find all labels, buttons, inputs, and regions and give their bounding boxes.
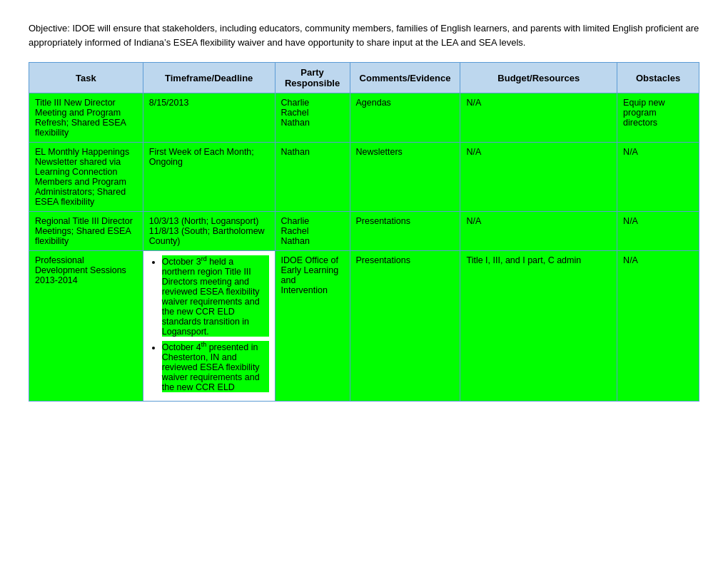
row1-obstacles: Equip new program directors [617,93,699,143]
row4-task: Professional Development Sessions 2013-2… [29,251,143,402]
row2-obstacles: N/A [617,143,699,212]
header-obstacles: Obstacles [617,63,699,93]
row1-timeframe: 8/15/2013 [143,93,275,143]
row3-party: CharlieRachelNathan [275,212,350,251]
row2-comments: Newsletters [350,143,460,212]
header-timeframe: Timeframe/Deadline [143,63,275,93]
row4-budget: Title I, III, and I part, C admin [460,251,617,402]
row2-timeframe: First Week of Each Month; Ongoing [143,143,275,212]
row3-timeframe: 10/3/13 (North; Logansport)11/8/13 (Sout… [143,212,275,251]
row1-budget: N/A [460,93,617,143]
row4-bullet1: October 3rd held a northern region Title… [162,255,269,337]
row1-comments: Agendas [350,93,460,143]
main-table: Task Timeframe/Deadline PartyResponsible… [29,62,699,402]
row3-comments: Presentations [350,212,460,251]
header-task: Task [29,63,143,93]
row3-budget: N/A [460,212,617,251]
row2-budget: N/A [460,143,617,212]
row1-party: CharlieRachelNathan [275,93,350,143]
row2-party: Nathan [275,143,350,212]
row4-party: IDOE Office of Early Learning and Interv… [275,251,350,402]
table-row: Professional Development Sessions 2013-2… [29,251,699,402]
row3-task: Regional Title III Director Meetings; Sh… [29,212,143,251]
table-row: Title III New Director Meeting and Progr… [29,93,699,143]
header-budget: Budget/Resources [460,63,617,93]
row3-obstacles: N/A [617,212,699,251]
table-row: Regional Title III Director Meetings; Sh… [29,212,699,251]
header-comments: Comments/Evidence [350,63,460,93]
header-party: PartyResponsible [275,63,350,93]
table-row: EL Monthly Happenings Newsletter shared … [29,143,699,212]
row4-comments: Presentations [350,251,460,402]
row2-task: EL Monthly Happenings Newsletter shared … [29,143,143,212]
objective-text: Objective: IDOE will ensure that stakeho… [29,21,699,49]
row1-task: Title III New Director Meeting and Progr… [29,93,143,143]
row4-obstacles: N/A [617,251,699,402]
row4-timeframe: October 3rd held a northern region Title… [143,251,275,402]
row4-bullet2: October 4th presented in Chesterton, IN … [162,341,269,392]
